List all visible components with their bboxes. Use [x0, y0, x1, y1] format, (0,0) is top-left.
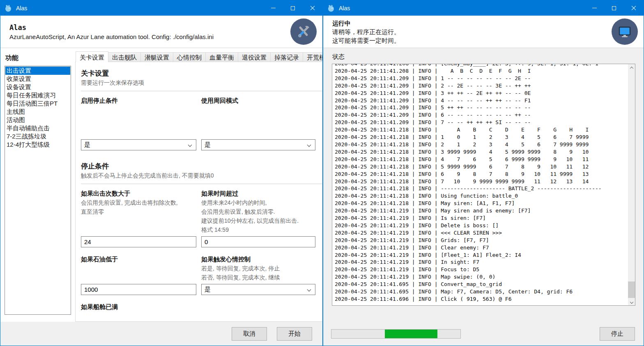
if-oil-input-wrap — [81, 284, 196, 295]
log-line: 2020-04-25 20:11:41.218 | INFO | 3 9999 … — [335, 148, 635, 156]
maximize-button[interactable] — [283, 0, 303, 16]
field-desc-line: 会沿用先前设置, 触发后清零. — [201, 207, 315, 216]
function-list-item[interactable]: 7-2三战拣垃圾 — [5, 132, 70, 141]
field-desc-line: 会沿用先前设置, 完成出击将扣除次数, — [81, 198, 196, 207]
field-desc-line: 直至清零 — [81, 207, 196, 216]
log-line: 2020-04-25 20:11:41.209 | INFO | 4 -- --… — [335, 97, 635, 104]
progress-bar — [331, 329, 461, 339]
field-desc: 使用未来24小时内的时间,会沿用先前设置, 触发后清零.建议提前10分钟左右, … — [201, 198, 315, 234]
field-if-count: 如果出击次数大于 会沿用先前设置, 完成出击将扣除次数,直至清零 — [81, 189, 196, 247]
log-line: 2020-04-25 20:11:41.218 | INFO | Using f… — [335, 192, 635, 200]
enable-stop-select[interactable]: 是 — [81, 139, 196, 150]
function-list-item[interactable]: 每日任务困难演习 — [5, 91, 70, 99]
function-list-item[interactable]: 12-4打大型练级 — [5, 141, 70, 149]
settings-tab[interactable]: 血量平衡 — [205, 52, 238, 62]
settings-tab[interactable]: 关卡设置 — [76, 51, 108, 62]
scroll-down-button[interactable] — [628, 298, 635, 305]
running-line1: 请稍等，程序正在运行。 — [332, 28, 400, 36]
if-emotion-select[interactable]: 是 — [201, 284, 315, 295]
spacer — [81, 311, 322, 322]
runner-titlebar[interactable]: Alas — [323, 0, 644, 16]
function-list-item[interactable]: 活动图 — [5, 116, 70, 124]
maximize-icon — [612, 6, 616, 10]
field-if-oil: 如果石油低于 — [81, 255, 196, 295]
field-desc-line: 使用未来24小时内的时间, — [201, 198, 315, 207]
settings-tab[interactable]: 心情控制 — [173, 52, 206, 62]
monitor-icon — [612, 18, 638, 45]
function-list-item[interactable]: 设备设置 — [5, 83, 70, 91]
settings-tab[interactable]: 掉落记录 — [270, 52, 303, 62]
use-periodic-select[interactable]: 是 — [201, 139, 315, 150]
section-title-stage-settings: 关卡设置 — [81, 69, 322, 78]
alas-logo-icon — [327, 4, 335, 12]
function-list-item[interactable]: 收菜设置 — [5, 75, 70, 83]
chevron-down-icon — [630, 300, 633, 303]
window-title: Alas — [339, 5, 350, 12]
chevron-up-icon — [630, 67, 633, 70]
alas-logo-icon — [4, 4, 12, 12]
log-line: 2020-04-25 20:11:41.219 | INFO | Focus t… — [335, 266, 635, 273]
stop-button-wrap: 停止 — [600, 327, 635, 341]
close-button[interactable] — [303, 0, 322, 16]
field-desc-line: 若否, 等待回复, 完成本次, 继续 — [201, 273, 315, 282]
log-line: 2020-04-25 20:11:41.218 | INFO | 1 0 1 2… — [335, 134, 635, 141]
function-list-item[interactable]: 半自动辅助点击 — [5, 124, 70, 132]
function-list[interactable]: 出击设置收菜设置设备设置每日任务困难演习每日活动图三倍PT主线图活动图半自动辅助… — [5, 66, 71, 315]
if-count-input-wrap — [81, 236, 196, 247]
field-if-dock-full: 如果船舱已满 否 — [81, 302, 322, 322]
progress-bar-fill — [385, 330, 437, 338]
log-line: 2020-04-25 20:11:41.208 | INFO | [enemy_… — [335, 64, 635, 67]
log-text: 2020-04-25 20:11:41.208 | INFO | [enemy_… — [332, 64, 635, 303]
divider — [81, 184, 322, 184]
settings-tab[interactable]: 开荒模式 — [303, 52, 322, 62]
minimize-button[interactable] — [584, 0, 604, 16]
log-line: 2020-04-25 20:11:41.695 | INFO | Convert… — [335, 281, 635, 288]
app-subtitle: AzurLaneAutoScript, An Azur Lane automat… — [9, 33, 214, 40]
log-line: 2020-04-25 20:11:41.219 | INFO | <<< CLE… — [335, 229, 635, 237]
settings-tab[interactable]: 退役设置 — [238, 52, 271, 62]
running-line2: 这可能将需要一定时间。 — [332, 36, 400, 45]
maximize-button[interactable] — [604, 0, 624, 16]
log-line: 2020-04-25 20:11:41.209 | INFO | 1 -- --… — [335, 75, 635, 82]
scrollbar-thumb[interactable] — [628, 281, 635, 298]
settings-tabbar: 关卡设置出击舰队潜艇设置心情控制血量平衡退役设置掉落记录开荒模式 — [75, 51, 322, 62]
settings-tab[interactable]: 潜艇设置 — [140, 52, 173, 62]
minimize-button[interactable] — [263, 0, 283, 16]
divider — [81, 91, 322, 91]
field-label: 如果触发心情控制 — [201, 255, 315, 264]
chevron-down-icon — [307, 288, 311, 292]
log-line: 2020-04-25 20:11:41.218 | INFO | 2 1 2 3… — [335, 141, 635, 148]
log-line: 2020-04-25 20:11:41.219 | INFO | Is sire… — [335, 215, 635, 222]
log-line: 2020-04-25 20:11:41.209 | INFO | 3 ++ ++… — [335, 90, 635, 97]
function-list-item[interactable]: 主线图 — [5, 108, 70, 116]
cancel-button[interactable]: 取消 — [232, 327, 267, 341]
log-scrollbar[interactable] — [628, 64, 635, 305]
runner-body: 状态 2020-04-25 20:11:41.208 | INFO | [ene… — [323, 48, 644, 322]
section-desc: 需要运行一次来保存选项 — [81, 78, 322, 87]
chevron-down-icon — [188, 143, 192, 147]
field-desc-line: 若是, 等待回复, 完成本次, 停止 — [201, 264, 315, 273]
function-list-item[interactable]: 出击设置 — [5, 67, 70, 75]
if-oil-input[interactable] — [81, 284, 196, 295]
close-button[interactable] — [624, 0, 644, 16]
if-time-input[interactable] — [201, 236, 315, 247]
log-line: 2020-04-25 20:11:41.218 | INFO | -------… — [335, 185, 635, 192]
window-title: Alas — [16, 5, 27, 12]
field-if-time: 如果时间超过 使用未来24小时内的时间,会沿用先前设置, 触发后清零.建议提前1… — [201, 189, 315, 247]
scroll-up-button[interactable] — [628, 64, 635, 71]
log-line: 2020-04-25 20:11:41.696 | INFO | Click (… — [335, 295, 635, 303]
field-label: 启用停止条件 — [81, 96, 196, 105]
if-count-input[interactable] — [81, 236, 196, 247]
start-button[interactable]: 开始 — [277, 327, 312, 341]
settings-tab[interactable]: 出击舰队 — [108, 52, 141, 62]
log-line: 2020-04-25 20:11:41.218 | INFO | 7 10 9 … — [335, 178, 635, 185]
minimize-icon — [271, 8, 276, 8]
log-line: 2020-04-25 20:11:41.209 | INFO | 6 -- --… — [335, 111, 635, 119]
field-label: 如果出击次数大于 — [81, 189, 196, 198]
field-desc: 若是, 等待回复, 完成本次, 停止若否, 等待回复, 完成本次, 继续 — [201, 264, 315, 282]
log-line: 2020-04-25 20:11:41.219 | INFO | May sir… — [335, 207, 635, 215]
log-line: 2020-04-25 20:11:41.209 | INFO | 7 -- --… — [335, 119, 635, 126]
stop-button[interactable]: 停止 — [600, 327, 635, 341]
function-list-item[interactable]: 每日活动图三倍PT — [5, 99, 70, 108]
settings-titlebar[interactable]: Alas — [0, 0, 322, 16]
